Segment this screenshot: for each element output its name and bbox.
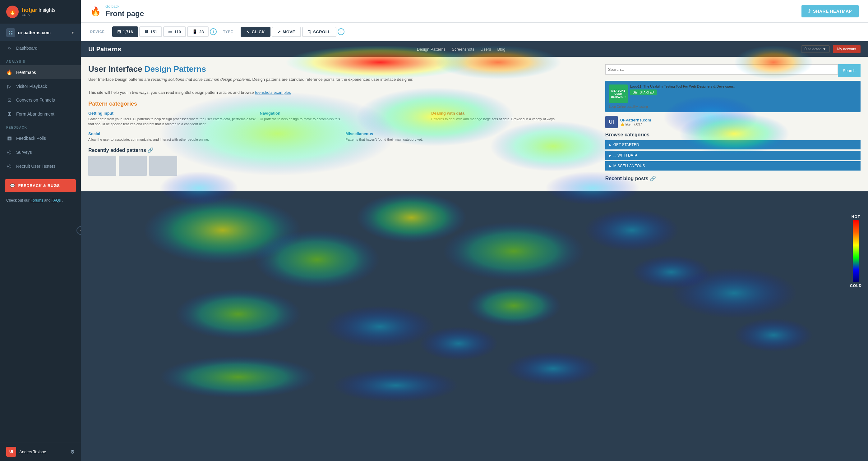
share-heatmap-button[interactable]: ⤴ SHARE HEATMAP (802, 5, 859, 18)
sidebar-item-form-abandonment[interactable]: ⊞ Form Abandonment (0, 107, 81, 121)
logo-text: hotjar Insights (22, 7, 56, 13)
settings-icon[interactable]: ⚙ (70, 449, 74, 455)
type-click-button[interactable]: ↖ CLICK (241, 27, 271, 37)
device-tablet-button[interactable]: ▭ 110 (163, 26, 186, 37)
pattern-grid: Getting input Gather data from your user… (88, 111, 599, 126)
nav-screenshots[interactable]: Screenshots (452, 47, 474, 52)
cat-miscellaneous[interactable]: MISCELLANEOUS (605, 161, 861, 170)
website-screenshot: UI Patterns Design Patterns Screenshots … (81, 41, 868, 191)
svg-point-14 (443, 222, 585, 281)
svg-point-15 (585, 209, 679, 251)
chevron-down-icon: ▼ (71, 30, 74, 35)
heatmaps-icon: 🔥 (6, 69, 12, 75)
recruit-testers-icon: ◎ (6, 163, 12, 169)
dealing-data-title: Dealing with data (431, 111, 599, 116)
sidebar-item-feedback-polls[interactable]: ▦ Feedback Polls (0, 131, 81, 145)
misc-card: Miscellaneous Patterns that haven't foun… (345, 131, 599, 142)
share-btn-label: SHARE HEATMAP (813, 9, 852, 14)
type-info-button[interactable]: i (338, 28, 344, 35)
click-icon: ↖ (246, 30, 250, 34)
svg-point-18 (467, 285, 561, 327)
svg-point-28 (420, 327, 498, 360)
device-all-button[interactable]: ⊞ 1,716 (112, 26, 138, 37)
type-move-button[interactable]: ↗ MOVE (272, 27, 301, 37)
recent-pattern-3 (149, 156, 177, 176)
form-abandonment-icon: ⊞ (6, 111, 12, 117)
sidebar-footer: Check out our Forums and FAQs . (0, 198, 81, 206)
misc-title: Miscellaneous (345, 131, 599, 136)
sidebar: 🔥 hotjar Insights BETA ui-patterns.com ▼… (0, 0, 81, 461)
top-bar: 🔥 Go back Front page ⤴ SHARE HEATMAP (81, 0, 868, 23)
sidebar-collapse-button[interactable]: ‹ (76, 226, 81, 235)
share-icon: ⤴ (808, 9, 810, 14)
site-main-col: User Interface Design Patterns User Inte… (88, 64, 599, 184)
sidebar-item-recruit-testers-label: Recruit User Testers (16, 164, 56, 169)
nav-users[interactable]: Users (480, 47, 491, 52)
temp-bar (853, 220, 859, 283)
sidebar-item-dashboard-label: Dashboard (16, 46, 38, 51)
pattern-card-getting-input: Getting input Gather data from your user… (88, 111, 256, 126)
device-desktop-button[interactable]: 🖥 151 (139, 26, 162, 37)
forums-link[interactable]: Forums (30, 198, 43, 202)
click-label: CLICK (252, 30, 265, 34)
dashboard-icon: ○ (6, 45, 12, 51)
search-button[interactable]: Search (838, 64, 861, 77)
sidebar-item-conversion-funnels[interactable]: ⧖ Conversion Funnels (0, 93, 81, 107)
feedback-bugs-label: FEEDBACK & BUGS (18, 183, 60, 188)
device-info-button[interactable]: i (210, 28, 217, 35)
sidebar-user: UI Anders Toxboe ⚙ (0, 442, 81, 461)
tablet-icon: ▭ (168, 29, 172, 34)
recent-patterns-row (88, 156, 599, 176)
site-nav-links: Design Patterns Screenshots Users Blog (131, 47, 792, 52)
sidebar-item-recruit-testers[interactable]: ◎ Recruit User Testers (0, 159, 81, 173)
sidebar-item-dashboard[interactable]: ○ Dashboard (0, 41, 81, 55)
device-mobile-button[interactable]: 📱 23 (187, 26, 209, 37)
my-account-button[interactable]: My account (833, 45, 861, 53)
pattern-card-navigation: Navigation UI patterns to help design to… (260, 111, 428, 126)
site-selector[interactable]: ui-patterns.com ▼ (0, 24, 81, 41)
sidebar-item-heatmaps-label: Heatmaps (16, 70, 36, 75)
social-likes: 👍 like · 7,037 (620, 122, 651, 126)
nav-design-patterns[interactable]: Design Patterns (417, 47, 446, 52)
svg-point-27 (632, 255, 710, 289)
svg-point-11 (144, 197, 301, 264)
user-avatar: UI (6, 447, 16, 457)
svg-point-20 (671, 268, 797, 319)
cat-with-data[interactable]: ... WITH DATA (605, 151, 861, 160)
svg-point-13 (356, 192, 466, 242)
user-name: Anders Toxboe (19, 450, 67, 454)
logo-beta: BETA (22, 13, 56, 17)
app-logo: 🔥 hotjar Insights BETA (0, 0, 81, 24)
svg-point-22 (159, 356, 317, 398)
sidebar-item-form-abandonment-label: Form Abandonment (16, 111, 54, 117)
social-proof-section: UI UI-Patterns.com 👍 like · 7,037 (605, 116, 861, 128)
nav-dropdown[interactable]: 0 selected ▼ (801, 45, 830, 53)
site-hero-desc: User Interface Design patterns are recur… (88, 76, 599, 96)
page-flame-icon: 🔥 (90, 6, 101, 17)
sidebar-item-surveys[interactable]: ◎ Surveys (0, 145, 81, 159)
cat-get-started[interactable]: GET STARTED (605, 140, 861, 150)
page-header: 🔥 Go back Front page (90, 4, 144, 18)
svg-rect-3 (11, 33, 12, 34)
faqs-link[interactable]: FAQs (51, 198, 61, 202)
feedback-polls-icon: ▦ (6, 135, 12, 141)
ad-cta[interactable]: GET STARTED (630, 90, 657, 95)
feedback-bugs-button[interactable]: 💬 FEEDBACK & BUGS (5, 179, 76, 192)
mobile-count: 23 (199, 30, 204, 34)
nav-blog[interactable]: Blog (497, 47, 505, 52)
recent-patterns-title: Recently added patterns 🔗 (88, 147, 599, 153)
scroll-label: SCROLL (313, 30, 331, 34)
main-content: 🔥 Go back Front page ⤴ SHARE HEATMAP DEV… (81, 0, 868, 461)
desktop-icon: 🖥 (144, 29, 149, 34)
device-buttons: ⊞ 1,716 🖥 151 ▭ 110 📱 23 i (112, 26, 217, 37)
pattern-categories: Pattern categories Getting input Gather … (88, 101, 599, 126)
sidebar-item-heatmaps[interactable]: 🔥 Heatmaps (0, 65, 81, 79)
go-back-link[interactable]: Go back (105, 4, 144, 9)
type-buttons: ↖ CLICK ↗ MOVE ⇅ SCROLL i (241, 27, 344, 37)
search-input[interactable] (605, 64, 838, 74)
move-icon: ↗ (277, 30, 281, 34)
sidebar-item-visitor-playback[interactable]: ▷ Visitor Playback (0, 79, 81, 93)
site-logo: UI Patterns (88, 46, 121, 53)
sidebar-item-surveys-label: Surveys (16, 150, 32, 155)
type-scroll-button[interactable]: ⇅ SCROLL (302, 27, 336, 37)
